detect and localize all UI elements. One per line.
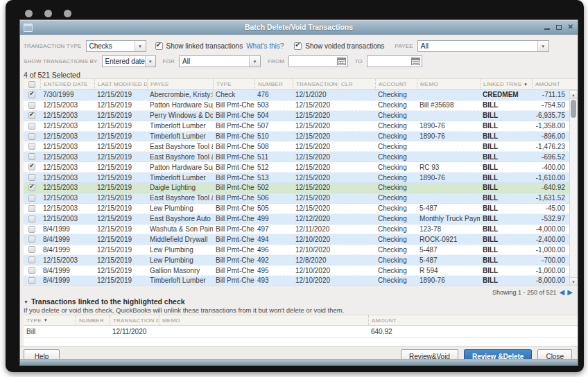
- page-previous-icon[interactable]: ◀: [560, 289, 565, 296]
- column-header-transaction-date[interactable]: TRANSACTION DATE: [293, 79, 338, 89]
- row-checkbox[interactable]: [28, 174, 35, 181]
- table-row[interactable]: 12/15/200312/15/2019Timberloft LumberBil…: [24, 132, 569, 142]
- row-checkbox[interactable]: [28, 256, 35, 263]
- table-row[interactable]: 12/15/200312/15/2019Daigle LightingBill …: [24, 183, 569, 193]
- table-row[interactable]: 12/15/200312/15/2019Perry Windows & Door…: [24, 111, 569, 121]
- row-checkbox-cell: [24, 164, 40, 170]
- filter-row-2: SHOW TRANSACTIONS BY Entered date ▼ FOR …: [24, 55, 422, 67]
- mac-zoom-dot[interactable]: [64, 10, 71, 17]
- for-select[interactable]: All ▼: [179, 55, 261, 67]
- cell-payee: East Bayshore Tool & Sup...: [147, 143, 213, 150]
- transaction-type-select[interactable]: Checks ▼: [86, 40, 146, 52]
- table-row[interactable]: 12/15/200312/15/2019East Bayshore Tool &…: [24, 152, 569, 162]
- row-checkbox[interactable]: [28, 184, 35, 191]
- row-checkbox[interactable]: [28, 164, 35, 170]
- to-date-input[interactable]: [367, 55, 422, 67]
- mac-close-dot[interactable]: [25, 10, 33, 17]
- table-row[interactable]: 12/15/200312/15/2019East Bayshore Tool &…: [24, 141, 569, 152]
- row-checkbox[interactable]: [28, 236, 35, 243]
- column-header-account[interactable]: ACCOUNT: [375, 79, 417, 89]
- table-row[interactable]: 12/15/200312/15/2019Lew PlumbingBill Pmt…: [24, 204, 569, 214]
- cell-account: Checking: [375, 256, 417, 264]
- from-date-input[interactable]: [288, 55, 348, 67]
- row-checkbox[interactable]: [28, 267, 35, 274]
- close-icon[interactable]: ✕: [568, 24, 573, 30]
- maximize-icon[interactable]: [556, 25, 562, 30]
- column-header-linked-trns[interactable]: LINKED TRNS▼: [480, 79, 532, 89]
- linked-cell-amount: 640.92: [368, 328, 578, 335]
- cell-account: Checking: [375, 132, 417, 140]
- linked-column-header-transaction-date[interactable]: TRANSACTION DATE: [110, 315, 159, 325]
- row-checkbox[interactable]: [28, 277, 35, 284]
- row-checkbox[interactable]: [28, 143, 35, 150]
- column-header-memo[interactable]: MEMO: [417, 79, 480, 89]
- row-checkbox[interactable]: [28, 153, 35, 160]
- table-scrollbar[interactable]: ▲ ▼: [569, 90, 578, 286]
- table-row[interactable]: 8/4/199912/15/2019Washuta & Son Painting…: [24, 225, 569, 235]
- cell-payee: Timberloft Lumber: [147, 174, 213, 182]
- table-row[interactable]: 8/4/199912/15/2019Lew PlumbingBill Pmt-C…: [24, 245, 569, 255]
- table-row[interactable]: 8/4/199912/15/2019Middlefield DrywallBil…: [24, 234, 569, 245]
- column-header-number[interactable]: NUMBER: [254, 79, 293, 89]
- cell-entered_date: 8/4/1999: [40, 225, 94, 233]
- row-checkbox[interactable]: [28, 226, 35, 233]
- mac-minimize-dot[interactable]: [44, 10, 52, 17]
- show-voided-checkbox[interactable]: [294, 42, 302, 50]
- linked-table-row[interactable]: Bill12/11/2020640.92: [24, 326, 578, 338]
- table-row[interactable]: 12/15/200312/15/2019East Bayshore Auto M…: [24, 214, 569, 225]
- cell-amount: -4,000.00: [532, 225, 569, 233]
- row-checkbox[interactable]: [28, 91, 35, 98]
- cell-transaction_date: 12/8/2020: [293, 256, 338, 264]
- column-header-type[interactable]: TYPE: [213, 79, 254, 89]
- paging-text: Showing 1 - 250 of 521: [492, 289, 557, 296]
- table-row[interactable]: 12/15/200312/15/2019Patton Hardware Supp…: [24, 100, 569, 111]
- row-checkbox[interactable]: [28, 195, 35, 202]
- row-checkbox[interactable]: [28, 112, 35, 119]
- table-row[interactable]: 7/30/199912/15/2019Abercrombie, Kristy:R…: [24, 90, 569, 100]
- cell-amount: -1,476.23: [532, 143, 569, 150]
- cell-memo: 1890-76: [417, 132, 480, 140]
- calendar-icon[interactable]: [337, 58, 346, 65]
- column-header-payee[interactable]: PAYEE: [147, 79, 213, 89]
- table-row[interactable]: 12/15/200312/15/2019Lew PlumbingBill Pmt…: [24, 255, 569, 265]
- calendar-icon[interactable]: [411, 58, 420, 65]
- column-header-clr[interactable]: CLR: [338, 79, 375, 89]
- scroll-up-icon[interactable]: ▲: [570, 91, 577, 99]
- row-checkbox[interactable]: [28, 102, 35, 109]
- cell-type: Check: [213, 91, 254, 98]
- payee-select[interactable]: All ▼: [417, 40, 549, 52]
- dialog-title: Batch Delete/Void Transactions: [20, 20, 578, 34]
- table-row[interactable]: 8/4/199912/15/2019Gallion MasonryBill Pm…: [24, 265, 569, 276]
- linked-section-header[interactable]: ▼ Transactions linked to the highlighted…: [24, 297, 185, 306]
- page-next-icon[interactable]: ▶: [567, 289, 573, 296]
- scrollbar-thumb[interactable]: [571, 100, 576, 118]
- row-checkbox[interactable]: [28, 246, 35, 253]
- linked-column-header-amount[interactable]: AMOUNT: [368, 315, 578, 325]
- column-header-last-modified-date[interactable]: LAST MODIFIED DATE: [94, 79, 147, 89]
- select-all-checkbox[interactable]: [28, 81, 35, 88]
- table-row[interactable]: 8/4/199912/15/2019Timberloft LumberBill …: [24, 276, 569, 286]
- show-by-select[interactable]: Entered date ▼: [102, 55, 156, 67]
- scroll-down-icon[interactable]: ▼: [570, 277, 577, 286]
- cell-memo: Bill #35698: [417, 101, 480, 109]
- column-header-entered-date[interactable]: ENTERED DATE: [40, 79, 94, 89]
- show-linked-checkbox[interactable]: [155, 42, 163, 50]
- cell-entered_date: 12/15/2003: [40, 112, 94, 119]
- table-row[interactable]: 12/15/200312/15/2019Timberloft LumberBil…: [24, 121, 569, 132]
- table-row[interactable]: 12/15/200312/15/2019Patton Hardware Supp…: [24, 162, 569, 173]
- column-header-amount[interactable]: AMOUNT: [532, 79, 578, 89]
- table-row[interactable]: 12/15/200312/15/2019Timberloft LumberBil…: [24, 173, 569, 183]
- cell-memo: 1890-76: [417, 122, 480, 130]
- row-checkbox[interactable]: [28, 133, 35, 140]
- dialog-titlebar[interactable]: Batch Delete/Void Transactions ✕: [20, 20, 578, 35]
- linked-column-header-memo[interactable]: MEMO: [159, 315, 368, 325]
- table-row[interactable]: 12/15/200312/15/2019East Bayshore Tool &…: [24, 193, 569, 204]
- minimize-icon[interactable]: [544, 28, 550, 30]
- whats-this-link[interactable]: What's this?: [246, 42, 284, 50]
- collapse-triangle-icon[interactable]: ▼: [24, 299, 28, 304]
- linked-column-header-type[interactable]: TYPE▼: [24, 315, 76, 325]
- linked-column-header-number[interactable]: NUMBER: [76, 315, 110, 325]
- row-checkbox[interactable]: [28, 123, 35, 130]
- row-checkbox[interactable]: [28, 216, 35, 222]
- row-checkbox[interactable]: [28, 205, 35, 212]
